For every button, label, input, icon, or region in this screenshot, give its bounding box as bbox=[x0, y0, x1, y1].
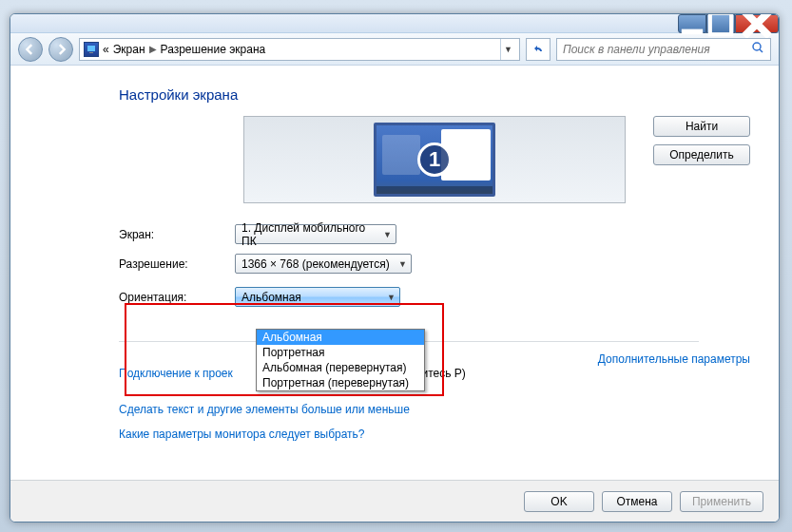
chevron-down-icon: ▼ bbox=[398, 259, 407, 269]
display-value: 1. Дисплей мобильного ПК bbox=[241, 221, 378, 248]
resolution-select[interactable]: 1366 × 768 (рекомендуется) ▼ bbox=[235, 254, 412, 274]
address-bar[interactable]: « Экран ▶ Разрешение экрана ▼ bbox=[79, 38, 520, 61]
chevron-right-icon: ▶ bbox=[149, 44, 157, 54]
orientation-option[interactable]: Альбомная bbox=[257, 330, 424, 345]
label-orientation: Ориентация: bbox=[119, 291, 235, 304]
apply-button[interactable]: Применить bbox=[680, 491, 763, 512]
address-dropdown[interactable]: ▼ bbox=[500, 39, 515, 60]
content-area: Настройки экрана 1 Найти Определить Экра… bbox=[10, 66, 779, 450]
search-box[interactable] bbox=[556, 38, 771, 61]
label-display: Экран: bbox=[119, 228, 235, 241]
svg-rect-3 bbox=[89, 52, 93, 53]
monitor-thumbnail: 1 bbox=[374, 123, 495, 197]
chevron-down-icon: ▼ bbox=[383, 230, 392, 239]
orientation-value: Альбомная bbox=[241, 291, 301, 304]
orientation-dropdown: Альбомная Портретная Альбомная (переверн… bbox=[256, 329, 425, 391]
back-button[interactable] bbox=[18, 37, 43, 62]
resolution-value: 1366 × 768 (рекомендуется) bbox=[241, 257, 390, 271]
label-resolution: Разрешение: bbox=[119, 257, 235, 271]
svg-rect-1 bbox=[710, 13, 731, 34]
monitor-preview[interactable]: 1 bbox=[243, 116, 626, 203]
breadcrumb-resolution[interactable]: Разрешение экрана bbox=[161, 43, 266, 56]
navbar: « Экран ▶ Разрешение экрана ▼ bbox=[10, 33, 779, 66]
window-controls bbox=[678, 14, 779, 32]
page-title: Настройки экрана bbox=[119, 86, 750, 103]
cancel-button[interactable]: Отмена bbox=[602, 491, 672, 512]
orientation-option[interactable]: Альбомная (перевернутая) bbox=[257, 360, 424, 375]
svg-rect-0 bbox=[682, 29, 703, 35]
orientation-option[interactable]: Портретная (перевернутая) bbox=[257, 375, 424, 390]
monitor-number: 1 bbox=[417, 142, 452, 177]
svg-point-4 bbox=[753, 43, 761, 50]
projector-link[interactable]: Подключение к проек bbox=[119, 367, 233, 380]
ok-button[interactable]: OK bbox=[524, 491, 594, 512]
forward-button[interactable] bbox=[48, 37, 73, 62]
breadcrumb-display[interactable]: Экран bbox=[113, 43, 145, 56]
maximize-button[interactable] bbox=[706, 14, 735, 33]
chevron-down-icon: ▼ bbox=[387, 293, 396, 302]
search-input[interactable] bbox=[563, 43, 751, 56]
svg-rect-2 bbox=[87, 46, 95, 51]
breadcrumb-prefix: « bbox=[103, 43, 109, 56]
orientation-select[interactable]: Альбомная ▼ bbox=[235, 287, 400, 307]
bottom-bar: OK Отмена Применить bbox=[10, 480, 779, 522]
minimize-button[interactable] bbox=[678, 14, 706, 33]
orientation-option[interactable]: Портретная bbox=[257, 345, 424, 360]
detect-button[interactable]: Определить bbox=[653, 144, 750, 165]
display-select[interactable]: 1. Дисплей мобильного ПК ▼ bbox=[235, 224, 396, 244]
advanced-settings-link[interactable]: Дополнительные параметры bbox=[598, 352, 750, 366]
control-panel-window: « Экран ▶ Разрешение экрана ▼ Настройки … bbox=[10, 13, 780, 522]
refresh-button[interactable] bbox=[526, 38, 551, 61]
titlebar bbox=[10, 14, 779, 33]
preview-row: 1 Найти Определить bbox=[119, 116, 750, 203]
find-button[interactable]: Найти bbox=[653, 116, 750, 137]
projector-line: Подключение к проек и коснитесь P) bbox=[119, 367, 750, 380]
close-button[interactable] bbox=[735, 14, 779, 33]
display-icon bbox=[84, 42, 99, 57]
search-icon bbox=[751, 41, 764, 57]
which-monitor-link[interactable]: Какие параметры монитора следует выбрать… bbox=[119, 428, 365, 441]
text-size-link[interactable]: Сделать текст и другие элементы больше и… bbox=[119, 403, 410, 416]
